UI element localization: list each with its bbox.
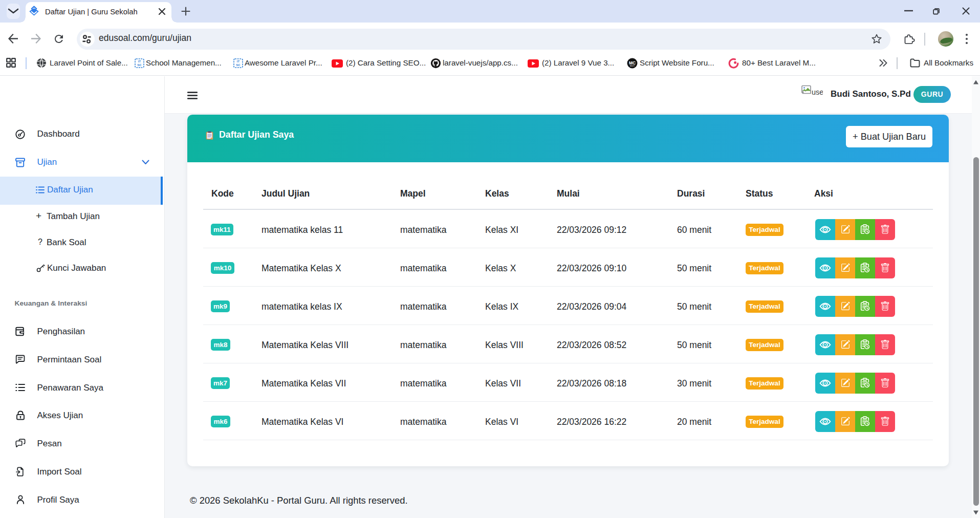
svg-text:IT: IT: [138, 60, 141, 63]
svg-text:IT: IT: [237, 60, 240, 63]
svg-text:SC: SC: [236, 63, 241, 67]
svg-text:SC: SC: [137, 63, 142, 67]
svg-text:MULTI: MULTI: [630, 65, 635, 67]
svg-text:MC: MC: [629, 60, 636, 66]
